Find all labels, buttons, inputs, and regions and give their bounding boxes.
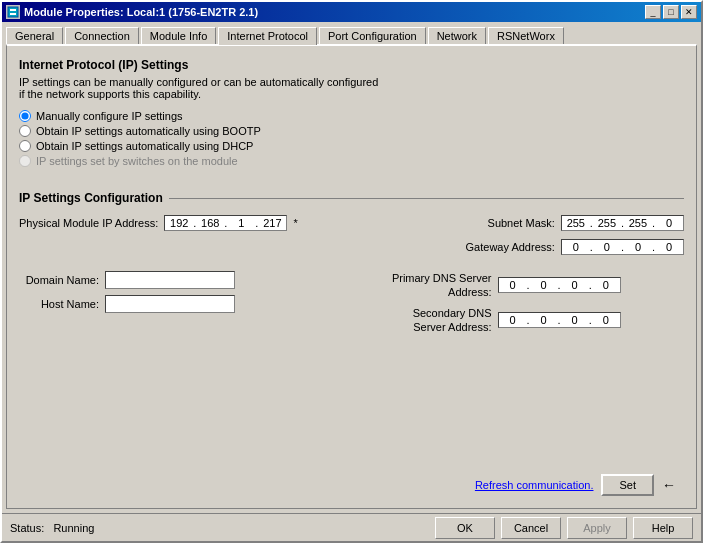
radio-group: Manually configure IP settings Obtain IP… [19, 110, 684, 167]
tab-bar: General Connection Module Info Internet … [2, 22, 701, 44]
tab-network[interactable]: Network [428, 27, 486, 45]
domain-input[interactable] [105, 271, 235, 289]
main-window: Module Properties: Local:1 (1756-EN2TR 2… [0, 0, 703, 543]
status-bar: Status: Running OK Cancel Apply Help [2, 513, 701, 541]
minimize-button[interactable]: _ [645, 5, 661, 19]
svg-rect-0 [8, 7, 18, 17]
gateway-label: Gateway Address: [466, 241, 555, 253]
physical-ip-row: Physical Module IP Address: . . . * Subn… [19, 215, 684, 231]
domain-row: Domain Name: [19, 271, 342, 289]
gateway-input[interactable]: . . . [561, 239, 684, 255]
gateway-c[interactable] [624, 240, 652, 254]
primary-dns-input[interactable]: . . . [498, 277, 621, 293]
maximize-button[interactable]: □ [663, 5, 679, 19]
subnet-c[interactable] [624, 216, 652, 230]
host-row: Host Name: [19, 295, 342, 313]
gateway-row: Gateway Address: . . . [19, 239, 684, 255]
domain-dns-section: Domain Name: Host Name: Primary DNS Serv… [19, 271, 684, 334]
subnet-label: Subnet Mask: [488, 217, 555, 229]
primary-dns-d[interactable] [592, 278, 620, 292]
group-header-line [169, 198, 684, 199]
physical-ip-b[interactable] [196, 216, 224, 230]
tab-general[interactable]: General [6, 27, 63, 45]
window-title: Module Properties: Local:1 (1756-EN2TR 2… [24, 6, 645, 18]
tab-internet-protocol[interactable]: Internet Protocol [218, 27, 317, 45]
subnet-b[interactable] [593, 216, 621, 230]
physical-ip-input[interactable]: . . . [164, 215, 287, 231]
subnet-d[interactable] [655, 216, 683, 230]
subnet-input[interactable]: . . . [561, 215, 684, 231]
svg-rect-1 [10, 9, 16, 11]
tab-module-info[interactable]: Module Info [141, 27, 216, 45]
radio-dhcp[interactable]: Obtain IP settings automatically using D… [19, 140, 684, 152]
primary-dns-c[interactable] [561, 278, 589, 292]
window-icon [6, 5, 20, 19]
primary-dns-row: Primary DNS ServerAddress: . . . [362, 271, 685, 300]
group-header: IP Settings Configuration [19, 191, 684, 205]
gateway-a[interactable] [562, 240, 590, 254]
radio-switches[interactable]: IP settings set by switches on the modul… [19, 155, 684, 167]
refresh-communication-link[interactable]: Refresh communication. [475, 479, 594, 491]
secondary-dns-input[interactable]: . . . [498, 312, 621, 328]
set-button[interactable]: Set [601, 474, 654, 496]
title-bar: Module Properties: Local:1 (1756-EN2TR 2… [2, 2, 701, 22]
cancel-button[interactable]: Cancel [501, 517, 561, 539]
help-button[interactable]: Help [633, 517, 693, 539]
ip-settings-title: Internet Protocol (IP) Settings [19, 58, 684, 72]
physical-ip-field: Physical Module IP Address: . . . * [19, 215, 298, 231]
ip-settings-desc: IP settings can be manually configured o… [19, 76, 684, 100]
radio-manual-input[interactable] [19, 110, 31, 122]
status-text: Status: Running [10, 522, 427, 534]
gateway-d[interactable] [655, 240, 683, 254]
secondary-dns-row: Secondary DNSServer Address: . . . [362, 306, 685, 335]
close-button[interactable]: ✕ [681, 5, 697, 19]
svg-rect-2 [10, 13, 16, 15]
domain-label: Domain Name: [19, 274, 99, 286]
physical-ip-d[interactable] [258, 216, 286, 230]
ip-config-section: IP Settings Configuration Physical Modul… [19, 191, 684, 334]
arrow-icon: ← [662, 477, 676, 493]
window-controls: _ □ ✕ [645, 5, 697, 19]
apply-button[interactable]: Apply [567, 517, 627, 539]
ip-config-title: IP Settings Configuration [19, 191, 169, 205]
asterisk: * [293, 217, 297, 229]
physical-ip-label: Physical Module IP Address: [19, 217, 158, 229]
gateway-b[interactable] [593, 240, 621, 254]
ok-button[interactable]: OK [435, 517, 495, 539]
host-input[interactable] [105, 295, 235, 313]
host-label: Host Name: [19, 298, 99, 310]
radio-bootp-input[interactable] [19, 125, 31, 137]
subnet-a[interactable] [562, 216, 590, 230]
tab-port-configuration[interactable]: Port Configuration [319, 27, 426, 45]
primary-dns-b[interactable] [530, 278, 558, 292]
tab-connection[interactable]: Connection [65, 27, 139, 45]
radio-switches-input [19, 155, 31, 167]
content-area: Internet Protocol (IP) Settings IP setti… [6, 44, 697, 509]
secondary-dns-a[interactable] [499, 313, 527, 327]
gateway-field: Gateway Address: . . . [466, 239, 684, 255]
physical-ip-c[interactable] [227, 216, 255, 230]
radio-bootp[interactable]: Obtain IP settings automatically using B… [19, 125, 684, 137]
primary-dns-a[interactable] [499, 278, 527, 292]
subnet-field: Subnet Mask: . . . [488, 215, 684, 231]
radio-manual[interactable]: Manually configure IP settings [19, 110, 684, 122]
tab-rsnetworx[interactable]: RSNetWorx [488, 27, 564, 45]
dns-fields: Primary DNS ServerAddress: . . . Secon [362, 271, 685, 334]
primary-dns-label: Primary DNS ServerAddress: [362, 271, 492, 300]
bottom-actions: Refresh communication. Set ← [19, 464, 684, 496]
secondary-dns-label: Secondary DNSServer Address: [362, 306, 492, 335]
domain-host-fields: Domain Name: Host Name: [19, 271, 342, 334]
secondary-dns-c[interactable] [561, 313, 589, 327]
secondary-dns-d[interactable] [592, 313, 620, 327]
radio-dhcp-input[interactable] [19, 140, 31, 152]
physical-ip-a[interactable] [165, 216, 193, 230]
dialog-buttons: OK Cancel Apply Help [435, 517, 693, 539]
secondary-dns-b[interactable] [530, 313, 558, 327]
